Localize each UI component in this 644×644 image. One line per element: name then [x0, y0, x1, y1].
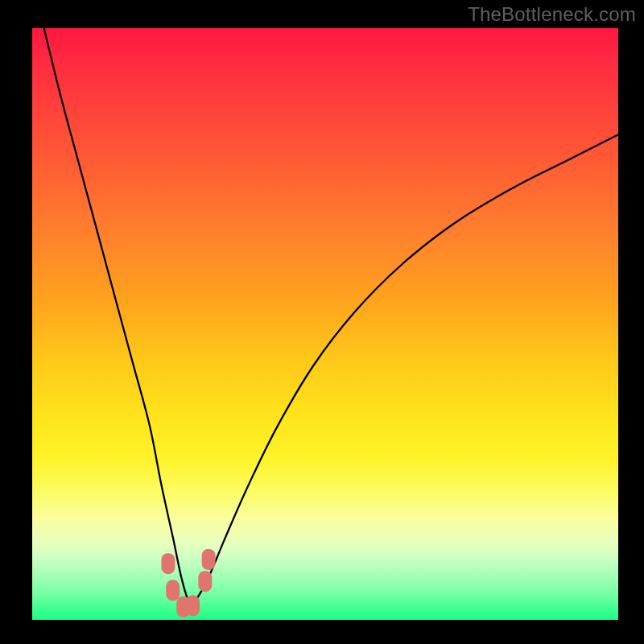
- marker-right-1: [198, 571, 212, 592]
- marker-bottom-2: [186, 595, 200, 616]
- marker-left-1: [161, 553, 175, 574]
- curve-layer: [0, 0, 644, 644]
- marker-left-2: [166, 580, 180, 601]
- chart-frame: TheBottleneck.com: [0, 0, 644, 644]
- bottleneck-curve: [44, 28, 618, 604]
- marker-right-2: [202, 549, 216, 570]
- curve-markers: [161, 549, 215, 617]
